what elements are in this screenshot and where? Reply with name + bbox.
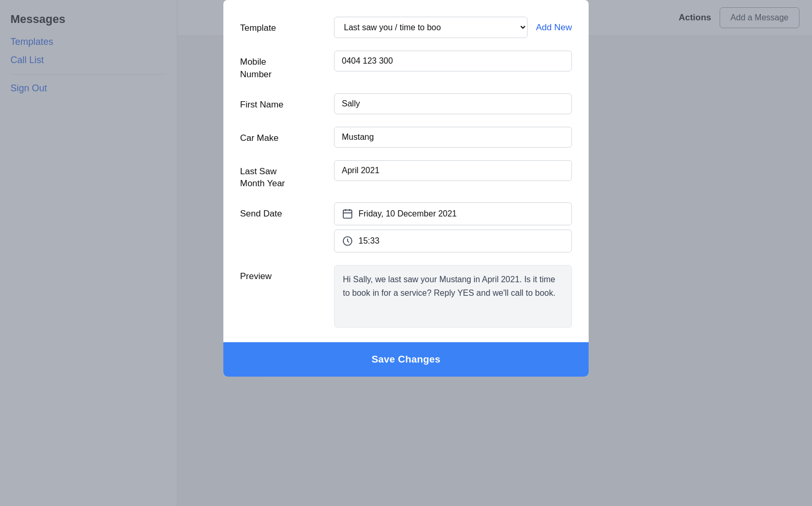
calendar-icon bbox=[342, 208, 353, 220]
last-saw-row: Last SawMonth Year bbox=[240, 160, 572, 190]
car-make-input[interactable] bbox=[334, 127, 572, 148]
template-select[interactable]: Last saw you / time to boo bbox=[334, 17, 528, 38]
car-make-control bbox=[334, 127, 572, 148]
time-input-wrapper[interactable] bbox=[334, 230, 572, 252]
modal-overlay: Template Last saw you / time to boo Add … bbox=[0, 0, 812, 506]
first-name-row: First Name bbox=[240, 93, 572, 114]
mobile-control bbox=[334, 51, 572, 71]
mobile-input[interactable] bbox=[334, 51, 572, 71]
last-saw-input[interactable] bbox=[334, 160, 572, 181]
clock-icon bbox=[342, 235, 353, 247]
first-name-input[interactable] bbox=[334, 93, 572, 114]
svg-rect-0 bbox=[343, 210, 352, 219]
preview-label: Preview bbox=[240, 265, 334, 283]
last-saw-label: Last SawMonth Year bbox=[240, 160, 334, 190]
time-input[interactable] bbox=[359, 236, 564, 246]
preview-control: Hi Sally, we last saw your Mustang in Ap… bbox=[334, 265, 572, 328]
car-make-label: Car Make bbox=[240, 127, 334, 144]
preview-row: Preview Hi Sally, we last saw your Musta… bbox=[240, 265, 572, 328]
send-date-control bbox=[334, 202, 572, 252]
send-date-row: Send Date bbox=[240, 202, 572, 252]
date-input[interactable] bbox=[359, 209, 564, 219]
template-label: Template bbox=[240, 17, 334, 34]
first-name-control bbox=[334, 93, 572, 114]
last-saw-control bbox=[334, 160, 572, 181]
date-input-wrapper[interactable] bbox=[334, 202, 572, 225]
preview-text: Hi Sally, we last saw your Mustang in Ap… bbox=[334, 265, 572, 328]
template-control: Last saw you / time to boo Add New bbox=[334, 17, 572, 38]
save-changes-button[interactable]: Save Changes bbox=[223, 342, 589, 377]
template-row: Template Last saw you / time to boo Add … bbox=[240, 17, 572, 38]
mobile-label: MobileNumber bbox=[240, 51, 334, 81]
car-make-row: Car Make bbox=[240, 127, 572, 148]
send-date-label: Send Date bbox=[240, 202, 334, 220]
first-name-label: First Name bbox=[240, 93, 334, 111]
modal-dialog: Template Last saw you / time to boo Add … bbox=[223, 0, 589, 377]
add-new-link[interactable]: Add New bbox=[536, 22, 572, 33]
mobile-number-row: MobileNumber bbox=[240, 51, 572, 81]
